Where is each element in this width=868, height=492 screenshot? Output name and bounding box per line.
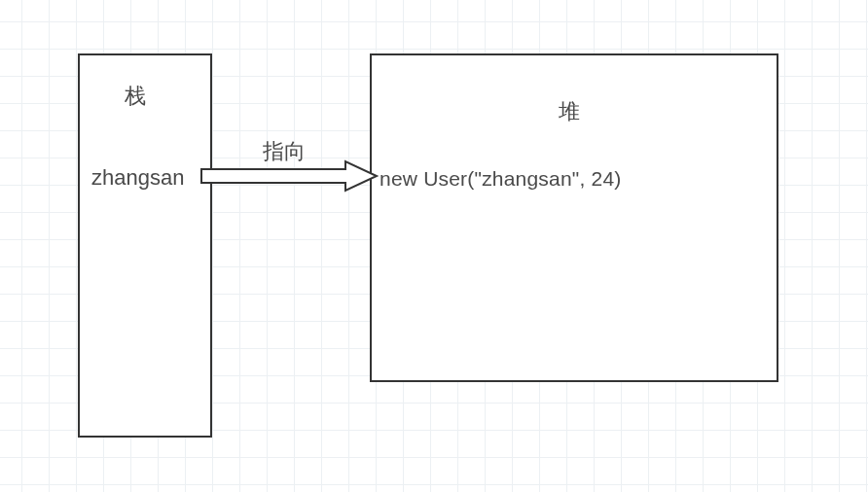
stack-variable: zhangsan	[91, 165, 184, 191]
arrow-label: 指向	[263, 137, 306, 166]
diagram-canvas: 栈 堆 zhangsan new User("zhangsan", 24) 指向	[0, 0, 868, 492]
heap-title: 堆	[559, 97, 580, 126]
heap-object-expression: new User("zhangsan", 24)	[380, 167, 622, 191]
stack-box	[78, 53, 212, 438]
stack-title: 栈	[125, 82, 146, 111]
